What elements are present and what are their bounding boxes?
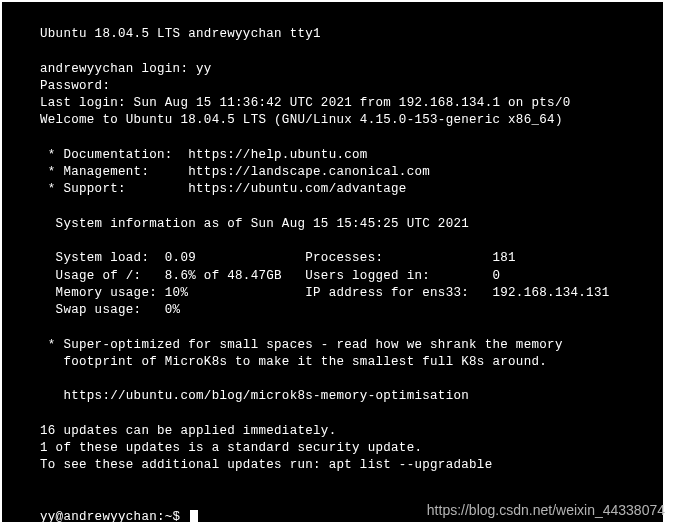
blank-line <box>40 406 645 423</box>
blank-line <box>40 43 645 60</box>
updates-line2: 1 of these updates is a standard securit… <box>40 440 645 457</box>
blank-line <box>40 199 645 216</box>
sysinfo-load: System load: 0.09 Processes: 181 <box>40 250 645 267</box>
blank-line <box>40 371 645 388</box>
updates-line3: To see these additional updates run: apt… <box>40 457 645 474</box>
shell-prompt: yy@andrewyychan:~$ <box>40 510 188 522</box>
os-header: Ubuntu 18.04.5 LTS andrewyychan tty1 <box>40 26 645 43</box>
documentation-link: * Documentation: https://help.ubuntu.com <box>40 147 645 164</box>
sysinfo-memory: Memory usage: 10% IP address for ens33: … <box>40 285 645 302</box>
blank-line <box>40 233 645 250</box>
support-link: * Support: https://ubuntu.com/advantage <box>40 181 645 198</box>
blank-line <box>40 319 645 336</box>
last-login-line: Last login: Sun Aug 15 11:36:42 UTC 2021… <box>40 95 645 112</box>
password-line: Password: <box>40 78 645 95</box>
terminal-window[interactable]: Ubuntu 18.04.5 LTS andrewyychan tty1 and… <box>2 2 663 522</box>
sysinfo-header: System information as of Sun Aug 15 15:4… <box>40 216 645 233</box>
watermark-text: https://blog.csdn.net/weixin_44338074 <box>427 502 665 518</box>
sysinfo-disk: Usage of /: 8.6% of 48.47GB Users logged… <box>40 268 645 285</box>
welcome-line: Welcome to Ubuntu 18.04.5 LTS (GNU/Linux… <box>40 112 645 129</box>
promo-line2: footprint of MicroK8s to make it the sma… <box>40 354 645 371</box>
promo-line1: * Super-optimized for small spaces - rea… <box>40 337 645 354</box>
updates-line1: 16 updates can be applied immediately. <box>40 423 645 440</box>
sysinfo-swap: Swap usage: 0% <box>40 302 645 319</box>
login-line: andrewyychan login: yy <box>40 61 645 78</box>
blank-line <box>40 130 645 147</box>
blank-line <box>40 475 645 492</box>
promo-link: https://ubuntu.com/blog/microk8s-memory-… <box>40 388 645 405</box>
management-link: * Management: https://landscape.canonica… <box>40 164 645 181</box>
cursor-icon <box>190 510 198 522</box>
